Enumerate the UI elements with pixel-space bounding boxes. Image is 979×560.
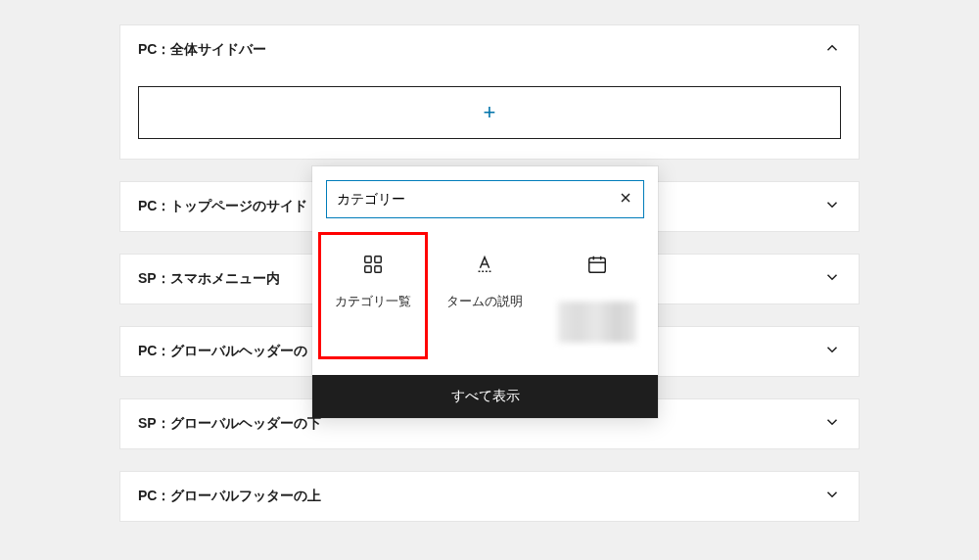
panel-title: PC：全体サイドバー <box>138 41 266 59</box>
panel-header[interactable]: PC：全体サイドバー <box>120 25 859 61</box>
panel-header[interactable]: PC：グローバルフッターの上 <box>120 472 859 521</box>
block-results-grid: カテゴリ一覧 タームの説明 <box>312 224 658 375</box>
blurred-label <box>558 302 636 343</box>
panel-title: SP：スマホメニュー内 <box>138 270 280 288</box>
panel-body: + <box>120 61 859 159</box>
block-item-term-description[interactable]: タームの説明 <box>430 232 539 359</box>
chevron-down-icon <box>823 486 841 507</box>
grid-icon <box>361 253 385 276</box>
show-all-button[interactable]: すべて表示 <box>312 375 658 418</box>
block-item-category-list[interactable]: カテゴリ一覧 <box>318 232 428 359</box>
panel-pc-sidebar: PC：全体サイドバー + <box>119 24 860 160</box>
text-color-icon <box>473 253 496 276</box>
svg-rect-5 <box>375 266 381 272</box>
chevron-down-icon <box>823 268 841 290</box>
block-inserter-popover: カテゴリ一覧 タームの説明 <box>312 166 658 418</box>
block-item-calendar[interactable] <box>542 232 652 359</box>
block-label: タームの説明 <box>446 294 523 310</box>
panel-title: PC：グローバルヘッダーの <box>138 343 307 360</box>
svg-rect-4 <box>365 266 371 272</box>
chevron-down-icon <box>823 413 841 435</box>
panel-title: SP：グローバルヘッダーの下 <box>138 415 321 433</box>
svg-rect-3 <box>375 257 381 262</box>
block-search-area <box>312 166 658 224</box>
svg-rect-2 <box>365 257 371 262</box>
show-all-label: すべて表示 <box>451 388 520 403</box>
plus-icon: + <box>484 102 496 123</box>
block-label: カテゴリ一覧 <box>335 294 411 310</box>
clear-search-button[interactable] <box>618 190 633 209</box>
close-icon <box>618 194 633 209</box>
chevron-down-icon <box>823 341 841 362</box>
search-input-wrap <box>326 180 644 218</box>
block-search-input[interactable] <box>337 192 618 208</box>
add-block-button[interactable]: + <box>138 86 841 139</box>
chevron-down-icon <box>823 196 841 217</box>
calendar-icon <box>585 253 609 276</box>
panel-title: PC：グローバルフッターの上 <box>138 488 321 505</box>
panel-pc-global-footer-top: PC：グローバルフッターの上 <box>119 471 860 522</box>
panel-title: PC：トップページのサイド <box>138 198 307 215</box>
svg-rect-8 <box>589 258 606 273</box>
chevron-up-icon <box>823 39 841 61</box>
